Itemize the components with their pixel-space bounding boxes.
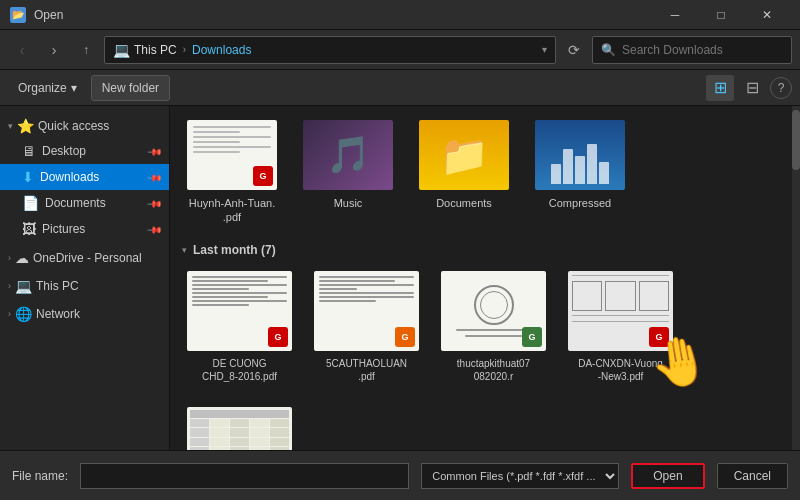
pdf-line-3 [193,136,271,138]
organize-button[interactable]: Organize ▾ [8,75,87,101]
sidebar-item-documents[interactable]: 📄 Documents 📌 [0,190,169,216]
content-area: G Huynh-Anh-Tuan..pdf 🎵 Music 📁 Document… [170,106,792,450]
this-pc-header[interactable]: › 💻 This PC [0,274,169,298]
scroll-thumb[interactable] [792,110,800,170]
onedrive-header[interactable]: › ☁ OneDrive - Personal [0,246,169,270]
pane-view-button[interactable]: ⊟ [738,75,766,101]
sh-c15 [270,438,289,446]
downloads-folder-icon: ⬇ [22,169,34,185]
navigation-bar: ‹ › ↑ 💻 This PC › Downloads ▾ ⟳ 🔍 [0,30,800,70]
forward-button[interactable]: › [40,36,68,64]
scroll-track[interactable] [792,106,800,450]
fl-1-7 [192,300,287,302]
last-month-header[interactable]: ▾ Last month (7) [182,243,784,257]
file-item-5[interactable]: G ĐỒ-ÁN-TỔ-CHỨC-THI-CÔNG-ĐÀU-QUỐC-BẢO-57… [182,401,297,450]
fl-3-2 [465,335,522,337]
sh-c4 [250,419,269,427]
fl-1-3 [192,284,287,286]
up-button[interactable]: ↑ [72,36,100,64]
search-box[interactable]: 🔍 [592,36,792,64]
pin-icon-downloads: 📌 [147,169,163,185]
search-input[interactable] [622,43,783,57]
sidebar-item-downloads[interactable]: ⬇ Downloads 📌 [0,164,169,190]
address-bar[interactable]: 💻 This PC › Downloads ▾ [104,36,556,64]
sh-c14 [250,438,269,446]
file-name-2: 5CAUTHAOLUAN.pdf [326,357,407,383]
fl-1-2 [192,280,268,282]
file-thumb-4: G [568,271,673,351]
file-thumb-2: G [314,271,419,351]
pdf-folder-name: Huynh-Anh-Tuan..pdf [189,196,275,225]
bar-5 [599,162,609,184]
last-month-label: Last month (7) [193,243,276,257]
file-grid: G DE CUONGCHD_8-2016.pdf G 5CAUTHAOLUAN.… [182,265,784,450]
bar-3 [575,156,585,184]
file-type-select[interactable]: Common Files (*.pdf *.fdf *.xfdf ... [421,463,619,489]
sh-c20 [270,447,289,450]
network-label: Network [36,307,80,321]
desktop-icon: 🖥 [22,143,36,159]
sidebar-item-desktop[interactable]: 🖥 Desktop 📌 [0,138,169,164]
sh-c13 [230,438,249,446]
large-icons-view-button[interactable]: ⊞ [706,75,734,101]
fl-2-6 [319,296,414,298]
fl-1-5 [192,292,287,294]
sh-c2 [210,419,229,427]
address-dropdown-icon: ▾ [542,44,547,55]
last-month-expand-icon: ▾ [182,245,187,255]
network-header[interactable]: › 🌐 Network [0,302,169,326]
onedrive-icon: ☁ [15,250,29,266]
pdf-line-6 [193,151,240,153]
bar-2 [563,149,573,184]
maximize-button[interactable]: □ [698,0,744,30]
refresh-button[interactable]: ⟳ [560,36,588,64]
compressed-thumbnail [535,120,625,190]
back-button[interactable]: ‹ [8,36,36,64]
sh-c7 [210,428,229,436]
fl-2-2 [319,280,395,282]
pin-icon-pictures: 📌 [147,221,163,237]
close-button[interactable]: ✕ [744,0,790,30]
fl-2-4 [319,288,357,290]
pdf-line-1 [193,126,271,128]
file-item-pdf[interactable]: G Huynh-Anh-Tuan..pdf [182,114,282,231]
file-name-input[interactable] [80,463,409,489]
bp-cols [572,281,669,311]
open-button[interactable]: Open [631,463,704,489]
seal-inner [480,291,508,319]
quick-access-header[interactable]: ▾ ⭐ Quick access [0,114,169,138]
sh-c12 [210,438,229,446]
main-area: ▾ ⭐ Quick access 🖥 Desktop 📌 ⬇ Downloads… [0,106,800,450]
pdf-line-4 [193,141,240,143]
music-thumbnail: 🎵 [303,120,393,190]
help-button[interactable]: ? [770,77,792,99]
documents-icon: 📄 [22,195,39,211]
folder-item-music[interactable]: 🎵 Music [298,114,398,231]
file-item-4[interactable]: G DA-CNXDN-Vuong-New3.pdf [563,265,678,389]
new-folder-button[interactable]: New folder [91,75,170,101]
file-item-3[interactable]: G thuctapkithuat07082020.r [436,265,551,389]
sh-header [190,410,289,418]
file-item-1[interactable]: G DE CUONGCHD_8-2016.pdf [182,265,297,389]
minimize-button[interactable]: ─ [652,0,698,30]
file-item-2[interactable]: G 5CAUTHAOLUAN.pdf [309,265,424,389]
address-this-pc: 💻 This PC [113,42,177,58]
onedrive-label: OneDrive - Personal [33,251,142,265]
music-folder-name: Music [334,196,363,210]
folder-item-documents[interactable]: 📁 Documents [414,114,514,231]
sidebar-item-pictures[interactable]: 🖼 Pictures 📌 [0,216,169,242]
title-bar: 📂 Open ─ □ ✕ [0,0,800,30]
quick-access-expand-icon: ▾ [8,121,13,131]
fl-1-6 [192,296,268,298]
fl-2-3 [319,284,414,286]
file-badge-2: G [395,327,415,347]
file-thumb-5: G [187,407,292,450]
cancel-button[interactable]: Cancel [717,463,788,489]
folder-item-compressed[interactable]: Compressed [530,114,630,231]
bp-1 [572,275,669,276]
onedrive-section: › ☁ OneDrive - Personal [0,246,169,270]
pictures-icon: 🖼 [22,221,36,237]
sh-c9 [250,428,269,436]
fl-1-4 [192,288,249,290]
dialog-title: Open [34,8,63,22]
